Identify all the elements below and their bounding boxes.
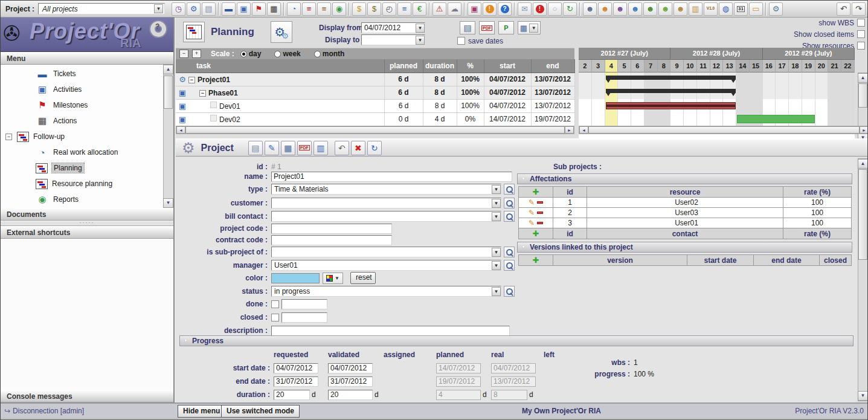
real-work-button[interactable]: ◔: [287, 2, 301, 16]
gear-button[interactable]: ⚙: [187, 2, 201, 16]
add-icon[interactable]: ✚: [533, 229, 539, 238]
collapse-toggle-icon[interactable]: −: [5, 134, 12, 140]
remove-icon[interactable]: [537, 212, 543, 214]
sidebar-item-real-work-allocation[interactable]: ◔Real work allocation: [1, 144, 162, 160]
user-green-button[interactable]: ☻: [643, 2, 657, 16]
undo-button[interactable]: ↶: [335, 141, 349, 155]
add-icon[interactable]: ✚: [533, 187, 539, 196]
chevron-down-icon[interactable]: ▼: [154, 4, 163, 13]
form-vertical-scrollbar[interactable]: ▲ ▼: [858, 158, 868, 401]
save-dates-checkbox[interactable]: [457, 37, 465, 45]
user-lightgreen-button[interactable]: ☻: [658, 2, 672, 16]
documents-section-header[interactable]: Documents: [1, 208, 173, 221]
closed-checkbox[interactable]: [271, 314, 279, 321]
remove-icon[interactable]: [537, 222, 543, 224]
display-from-select[interactable]: 04/07/2012 ▼: [361, 22, 425, 33]
console-messages-header[interactable]: Console messages: [1, 390, 173, 402]
send-message-button[interactable]: ✉: [518, 2, 532, 16]
zoom-in-button[interactable]: +: [192, 50, 201, 58]
print-button[interactable]: ▦: [281, 141, 295, 155]
print-button[interactable]: ▤: [460, 21, 475, 34]
sidebar-item-tickets[interactable]: ▬Tickets: [1, 66, 162, 82]
edit-icon[interactable]: ✎: [529, 208, 535, 217]
sidebar-item-activities[interactable]: ▣Activities: [1, 82, 162, 97]
chevron-down-icon[interactable]: ▼: [492, 287, 501, 296]
user-gear-button[interactable]: ☻: [583, 2, 597, 16]
sidebar-item-resource-planning[interactable]: Resource planning: [1, 176, 162, 192]
scroll-thumb[interactable]: [858, 169, 867, 260]
gantt-task-row[interactable]: ⚙−Project016 d8 d100%04/07/201213/07/201…: [176, 73, 574, 86]
copy-button[interactable]: ▥: [313, 141, 328, 155]
external-shortcuts-header[interactable]: External shortcuts: [1, 226, 173, 239]
important-button[interactable]: !: [533, 2, 547, 16]
name-input[interactable]: Project01: [271, 172, 512, 182]
gantt-bar-summary[interactable]: [606, 76, 736, 80]
manager-select[interactable]: User01▼: [271, 260, 501, 271]
undo-button[interactable]: ↶: [837, 2, 850, 16]
gantt-bar-done[interactable]: [606, 102, 736, 109]
clock-button[interactable]: ◷: [172, 2, 185, 16]
search-icon[interactable]: [504, 184, 515, 195]
package-button[interactable]: ▥: [689, 2, 702, 16]
user-button[interactable]: ☻: [598, 2, 612, 16]
color-picker-button[interactable]: ▼: [323, 273, 343, 284]
scroll-right-icon[interactable]: ►: [860, 126, 868, 134]
project-code-input[interactable]: [271, 224, 392, 234]
search-icon[interactable]: [504, 260, 515, 271]
expense-button[interactable]: $: [352, 2, 366, 16]
resource-planning-button[interactable]: ≡: [317, 2, 331, 16]
chat-button[interactable]: ○: [548, 2, 562, 16]
delete-button[interactable]: ✖: [351, 141, 365, 155]
meeting-button[interactable]: ▣: [468, 2, 481, 16]
gantt-bar-todo[interactable]: [737, 115, 815, 123]
chevron-down-icon[interactable]: ▼: [416, 24, 425, 33]
progress-section-header[interactable]: Progress: [179, 335, 854, 346]
done-checkbox[interactable]: [271, 300, 279, 308]
disconnection-link[interactable]: ↪Disconnection [admin]: [4, 407, 84, 415]
gantt-task-row[interactable]: ▣Dev020 d4 d0%14/07/201219/07/2012: [176, 112, 574, 126]
gantt-col-duration[interactable]: duration: [423, 59, 457, 73]
toggle-checkbox[interactable]: [857, 30, 865, 38]
computer-button[interactable]: ▣: [237, 2, 251, 16]
color-swatch[interactable]: [271, 273, 320, 283]
help-button[interactable]: ?: [498, 2, 512, 16]
scroll-left-icon[interactable]: ◄: [579, 126, 588, 134]
user-crown-button[interactable]: ☻: [613, 2, 627, 16]
document-button[interactable]: ▤: [202, 2, 216, 16]
edit-icon[interactable]: ✎: [529, 198, 535, 207]
export-planning-button[interactable]: ▦▼: [518, 21, 541, 34]
gantt-bar-summary[interactable]: [606, 89, 736, 93]
scroll-down-icon[interactable]: ▼: [858, 391, 868, 401]
folder-button[interactable]: ▭: [749, 2, 763, 16]
reports-button[interactable]: ◉: [332, 2, 346, 16]
scroll-right-icon[interactable]: ►: [565, 126, 574, 134]
refresh-button[interactable]: ↻: [367, 141, 382, 155]
gantt-col-start[interactable]: start: [484, 59, 531, 73]
euro-button[interactable]: €: [413, 2, 426, 16]
admin-tools-button[interactable]: ⚙: [769, 2, 783, 16]
redo-button[interactable]: ↷: [852, 2, 866, 16]
gantt-task-row[interactable]: ▣Dev016 d8 d100%04/07/201213/07/2012: [176, 99, 574, 112]
search-icon[interactable]: [504, 211, 515, 222]
checklist-button[interactable]: ≡: [397, 2, 411, 16]
subproject-select[interactable]: ▼: [271, 247, 501, 257]
scroll-up-icon[interactable]: ▲: [163, 65, 173, 74]
time-globe-button[interactable]: ◴: [382, 2, 396, 16]
edit-icon[interactable]: ✎: [529, 219, 535, 227]
export-msproject-button[interactable]: P: [498, 21, 514, 34]
hide-menu-button[interactable]: Hide menu: [178, 405, 225, 418]
gantt-hscrollbar-left[interactable]: ◄ ►: [176, 126, 574, 134]
export-pdf-button[interactable]: PDF: [479, 21, 495, 34]
progress-input[interactable]: 20: [328, 390, 373, 400]
planning-settings-button[interactable]: ⚙ ⚙: [271, 21, 292, 43]
scroll-thumb[interactable]: [164, 76, 173, 109]
scale-radio-week[interactable]: [274, 51, 281, 57]
versions-section-header[interactable]: Versions linked to this project: [517, 242, 852, 253]
issue-button[interactable]: ☁: [448, 2, 461, 16]
ticket-button[interactable]: ▬: [222, 2, 236, 16]
chevron-down-icon[interactable]: ▼: [492, 248, 501, 257]
sidebar-item-planning[interactable]: Planning: [1, 160, 162, 176]
scale-radio-day[interactable]: [240, 51, 247, 57]
menu-scrollbar[interactable]: ▲ ▼: [163, 65, 173, 208]
globe-button[interactable]: ◍: [719, 2, 733, 16]
